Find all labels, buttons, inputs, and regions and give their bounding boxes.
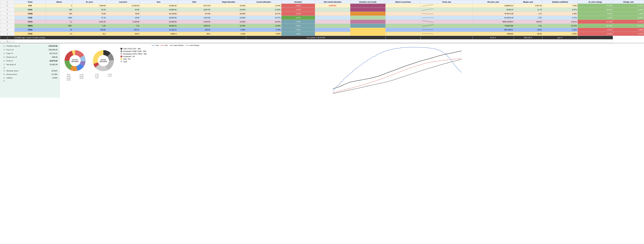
cell-margin-fxru: -49.00 [514,28,542,32]
cell-trend-fxdm [421,12,472,16]
empty-row-11 [15,39,613,43]
row-num-12: 12 [2,45,6,47]
table-row: 3 FXUS 400 45.26 62.00 24,800.00 6,697.0… [0,8,644,12]
legend-sma: SMA [161,44,168,46]
header-variation-coeff: Variation coefficient [542,0,578,4]
cell-variation-tmos: 10.14% [542,24,578,28]
cell-yield-fxdm: 871.86 [177,12,211,16]
cell-yield-fxru: -206.20 [177,28,211,32]
legend-line-sma [161,45,164,45]
status-empty [386,36,421,39]
cell-change-year-tmos: 42.17% [613,24,644,28]
header-target-alloc: Target allocation [211,0,246,4]
cell-shares-purchase-fxit [386,4,421,8]
cell-target-fxgd: 5.00% [211,32,246,36]
cell-av-change-fxde: 9.57% [578,16,613,20]
cell-shares-fxus: 400 [46,8,72,12]
cell-trend-fxru [421,28,472,32]
cell-next-month-fxit: #ERROR! [315,4,350,8]
header-current-alloc: Current allocation [246,0,282,4]
pct-label-fxdm: 11.8% [62,76,75,77]
cell-trend-fxgd [421,32,472,36]
cell-shares-purchase-fxcn [386,20,421,24]
chart-top-legend: close SMA Upper Bollinger Lower Bollinge… [152,44,643,46]
cell-shares-purchase-fxgd [386,32,421,36]
dropdown-year[interactable]: year ▼ [542,36,578,39]
cell-next-month-tmos [315,24,350,28]
dropdown-fxus[interactable]: FXUS ▼ [472,36,514,39]
cell-dev-nm-fxdm [350,12,386,16]
legend-line-close [152,45,155,45]
cell-next-month-fxgd [315,32,350,36]
cell-margin-fxcn: -920.50 [514,20,542,24]
legend-label-usa: USA: FXUS, FXIT - 30% [123,48,141,50]
cell-shares-purchase-fxde [386,16,421,20]
legend-lower-bollinger: Lower Bollinger [186,44,200,46]
table-row: 4 FXDM 436 76.30 78.30 34,138.80 871.86 … [0,12,644,16]
cell-margin-fxit: 2,547.00 [514,4,542,8]
table-row: 7 TMOS 5087 5.35 7.24 36,850.23 9,656.35… [0,24,644,28]
cell-shares-fxdm: 436 [46,12,72,16]
status-spacer [578,36,613,39]
row-num-8: 8 [0,28,15,32]
row-num-4: 4 [0,12,15,16]
stats-broker-fee-label: Broker fee, ₽ [6,56,17,58]
cell-sum-fxus: 24,800.00 [140,8,177,12]
cell-change-year-fxgd: -9.13% [613,32,644,36]
stats-cash-label: Cash, ₽ [6,52,13,54]
legend-text-lower: Lower Bollinger [190,44,200,46]
cell-change-year-fxcn: -22.19% [613,20,644,24]
cell-sum-fxdm: 34,138.80 [140,12,177,16]
pct-label-dev: 23.3% [104,73,116,75]
legend-line-lower [186,45,189,45]
dropdown-sma[interactable]: SMA 100 ▼ [514,36,542,39]
status-row: 10 Portfolio age: 1 years 5 months 16 da… [0,36,644,39]
table-row: 6 FXCN 11 3,631.00 3,228.00 35,508.00 -4… [0,20,644,24]
cell-last-price-fxde: 29.95 [106,16,140,20]
cell-yield-tmos: 9,656.35 [177,24,211,28]
cell-hl-fxdm: 79.46/73.39 [472,12,514,16]
cell-deviation-fxcn: 1.92% [281,20,315,24]
legend-item-usa: USA: FXUS, FXIT - 30% [120,48,147,50]
cell-av-change-fxgd: -0.70% [578,32,613,36]
legend-item-cash: Cash [120,61,147,63]
cell-target-fxru: 5.00% [211,28,246,32]
cell-av-price-fxde: 27.33 [72,16,106,20]
cell-deviation-fxru: 0.78% [281,28,315,32]
cell-hl-fxde: 32.04/26.49 [472,16,514,20]
cell-dev-nm-fxit [350,4,386,8]
pie-donut-hole [70,55,81,66]
cell-av-price-fxru: 949.60 [72,28,106,32]
line-chart-section: close SMA Upper Bollinger Lower Bollinge… [152,44,643,96]
pct-label-fxde: 16.3% [75,76,88,77]
header-hl-price-year: H/L price, year [472,0,514,4]
pct-label-fxcn2: 23.8% [104,75,116,77]
cell-target-fxde: 10.00% [211,16,246,20]
cell-av-change-fxit: 57.28% [578,4,613,8]
cell-variation-fxit: 7.64% [542,4,578,8]
upper-bollinger-line [333,51,462,89]
legend-item-eurobonds: Eurobonds - 5% [120,55,147,57]
row-num-18: 18 [2,67,6,69]
cell-dev-nm-fxus [350,8,386,12]
cell-sum-fxit: 23,806.00 [140,4,177,8]
pie-svg-assets [90,48,116,73]
cell-hl-fxgd: 995/840 [472,32,514,36]
cell-target-fxdm: 20.00% [211,12,246,16]
cell-shares-tmos: 5087 [46,24,72,28]
cell-av-price-fxgd: 911 [72,32,106,36]
cell-target-tmos: 15.00% [211,24,246,28]
cell-last-price-fxcn: 3,228.00 [106,20,140,24]
cell-sum-fxcn: 35,508.00 [140,20,177,24]
cell-margin-tmos: 2.15 [514,24,542,28]
legend-item-gold: Gold - 5% [120,58,147,60]
legend-dot-gold [120,58,122,60]
cell-variation-fxcn: 12.51% [542,20,578,24]
cell-av-change-fxcn: -11.10% [578,20,613,24]
cell-last-price-tmos: 7.24 [106,24,140,28]
cell-av-change-fxdm: 2.62% [578,12,613,16]
legend-label-dev: Developed: FXDM, FXDE - 30% [123,50,146,52]
empty-row-18 [6,67,58,69]
cell-last-price-fxgd: 904.6 [106,32,140,36]
cell-av-price-fxit: 7,568.00 [72,4,106,8]
